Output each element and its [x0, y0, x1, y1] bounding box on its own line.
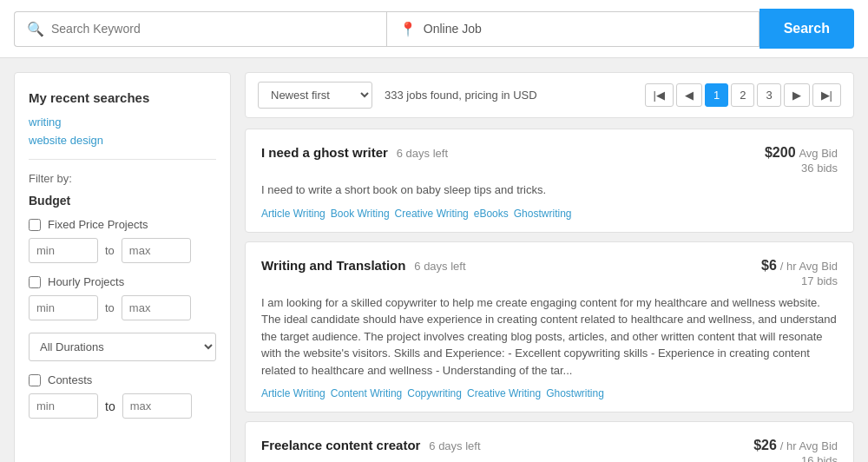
duration-select[interactable]: All Durations Less than 1 week 1 to 4 we… — [29, 333, 216, 361]
pagination: |◀ ◀ 1 2 3 ▶ ▶| — [645, 83, 841, 107]
page-prev[interactable]: ◀ — [676, 83, 702, 107]
contests-to: to — [105, 399, 115, 413]
results-count: 333 jobs found, pricing in USD — [385, 89, 633, 102]
job-days-left: 6 days left — [414, 260, 465, 273]
job-tag[interactable]: Ghostwriting — [546, 387, 604, 399]
job-days-left: 6 days left — [397, 147, 448, 160]
fixed-price-min-max: to — [29, 238, 216, 263]
page-1[interactable]: 1 — [705, 83, 728, 107]
page-last[interactable]: ▶| — [812, 83, 841, 107]
page-3[interactable]: 3 — [757, 83, 780, 107]
fixed-price-to: to — [105, 244, 115, 257]
job-bids: 36 bids — [801, 162, 838, 175]
page-next[interactable]: ▶ — [784, 83, 810, 107]
job-bids: 17 bids — [801, 274, 838, 287]
job-title-block: I need a ghost writer 6 days left — [261, 145, 448, 160]
job-price-suffix: / hr Avg Bid — [780, 439, 838, 452]
job-title: I need a ghost writer — [261, 145, 388, 160]
hourly-min[interactable] — [29, 295, 98, 320]
job-tag[interactable]: Copywriting — [407, 387, 462, 399]
contests-min[interactable] — [29, 393, 98, 419]
job-price: $200 Avg Bid 36 bids — [765, 145, 838, 175]
recent-search-website-design[interactable]: website design — [29, 134, 216, 147]
job-tag[interactable]: Creative Writing — [395, 208, 469, 220]
fixed-price-max[interactable] — [122, 238, 191, 263]
contests-min-max: to — [29, 393, 216, 419]
job-tag[interactable]: Book Writing — [331, 208, 390, 220]
search-icon: 🔍 — [27, 21, 44, 37]
search-button[interactable]: Search — [760, 9, 854, 49]
page-2[interactable]: 2 — [731, 83, 754, 107]
job-title: Writing and Translation — [261, 258, 405, 273]
job-card-header: Writing and Translation 6 days left $6 /… — [261, 258, 838, 287]
hourly-to: to — [105, 301, 115, 314]
sidebar-divider-1 — [29, 159, 216, 160]
job-price-suffix: Avg Bid — [799, 147, 838, 160]
contests-row: Contests — [29, 373, 216, 386]
job-card-header: I need a ghost writer 6 days left $200 A… — [261, 145, 838, 175]
contests-label: Contests — [48, 373, 92, 386]
job-price: $6 / hr Avg Bid 17 bids — [761, 258, 838, 287]
job-card-header: Freelance content creator 6 days left $2… — [261, 438, 838, 462]
job-price-amount: $200 — [765, 145, 796, 160]
search-input[interactable] — [51, 22, 374, 36]
job-description: I need to write a short book on baby sle… — [261, 182, 838, 199]
job-tag[interactable]: Ghostwriting — [514, 208, 572, 220]
job-list: I need a ghost writer 6 days left $200 A… — [245, 129, 854, 462]
job-tag[interactable]: Content Writing — [331, 387, 402, 399]
job-tags: Article WritingBook WritingCreative Writ… — [261, 208, 838, 220]
job-title-block: Freelance content creator 6 days left — [261, 438, 481, 452]
job-bids: 16 bids — [801, 454, 838, 462]
job-price-suffix: / hr Avg Bid — [780, 260, 838, 273]
job-price-amount: $26 — [753, 438, 777, 452]
job-tag[interactable]: Article Writing — [261, 387, 326, 399]
sort-select[interactable]: Newest first Oldest first Highest bid fi… — [258, 82, 372, 109]
search-bar: 🔍 — [14, 11, 386, 47]
location-input[interactable] — [424, 22, 746, 36]
job-title: Freelance content creator — [261, 438, 420, 452]
main-content: Newest first Oldest first Highest bid fi… — [245, 72, 854, 462]
hourly-max[interactable] — [122, 295, 191, 320]
location-icon: 📍 — [399, 21, 417, 37]
job-card-3: Freelance content creator 6 days left $2… — [245, 421, 854, 462]
results-header: Newest first Oldest first Highest bid fi… — [245, 72, 854, 118]
contests-checkbox[interactable] — [29, 374, 41, 386]
fixed-price-checkbox[interactable] — [29, 219, 41, 231]
filter-by-label: Filter by: — [29, 172, 216, 185]
fixed-price-min[interactable] — [29, 238, 98, 263]
job-description: I am looking for a skilled copywriter to… — [261, 294, 838, 380]
job-days-left: 6 days left — [429, 439, 480, 452]
recent-searches-title: My recent searches — [29, 90, 216, 105]
page-first[interactable]: |◀ — [645, 83, 674, 107]
job-price: $26 / hr Avg Bid 16 bids — [753, 438, 838, 462]
hourly-label: Hourly Projects — [48, 275, 124, 288]
job-card-1: I need a ghost writer 6 days left $200 A… — [245, 129, 854, 233]
contests-max[interactable] — [122, 393, 192, 419]
location-bar: 📍 — [386, 11, 760, 47]
fixed-price-label: Fixed Price Projects — [48, 218, 148, 231]
hourly-checkbox[interactable] — [29, 276, 41, 288]
job-tags: Article WritingContent WritingCopywritin… — [261, 387, 838, 399]
sidebar: My recent searches writing website desig… — [14, 72, 231, 462]
job-price-amount: $6 — [761, 258, 777, 273]
job-title-block: Writing and Translation 6 days left — [261, 258, 466, 273]
header: 🔍 📍 Search — [0, 0, 868, 58]
main-layout: My recent searches writing website desig… — [0, 58, 868, 462]
hourly-row: Hourly Projects — [29, 275, 216, 288]
job-card-2: Writing and Translation 6 days left $6 /… — [245, 241, 854, 413]
job-tag[interactable]: Creative Writing — [467, 387, 541, 399]
recent-search-writing[interactable]: writing — [29, 116, 216, 129]
hourly-min-max: to — [29, 295, 216, 320]
job-tag[interactable]: Article Writing — [261, 208, 326, 220]
budget-label: Budget — [29, 194, 216, 208]
job-tag[interactable]: eBooks — [474, 208, 509, 220]
fixed-price-row: Fixed Price Projects — [29, 218, 216, 231]
